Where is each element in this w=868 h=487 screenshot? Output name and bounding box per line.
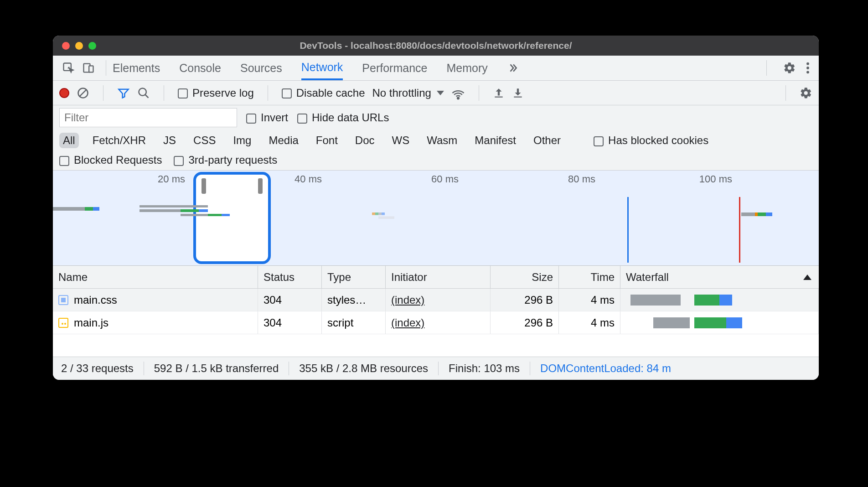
- device-toolbar-icon[interactable]: [82, 62, 95, 74]
- throttling-select[interactable]: No throttling: [372, 87, 444, 99]
- requests-table-body: main.css304styles…(index)296 B4 msmain.j…: [53, 289, 819, 334]
- overview-timeline[interactable]: 20 ms 40 ms 60 ms 80 ms 100 ms: [53, 170, 819, 266]
- css-file-icon: [58, 295, 68, 305]
- preserve-log-checkbox[interactable]: Preserve log: [178, 87, 254, 99]
- col-header-name[interactable]: Name: [53, 266, 258, 288]
- type-filter-img[interactable]: Img: [229, 133, 255, 148]
- status-transferred: 592 B / 1.5 kB transferred: [154, 362, 279, 375]
- filter-input[interactable]: [59, 108, 237, 127]
- svg-point-5: [806, 71, 809, 73]
- timeline-tick: 60 ms: [431, 173, 459, 185]
- type-filter-fetchxhr[interactable]: Fetch/XHR: [89, 133, 150, 148]
- col-header-waterfall[interactable]: Waterfall: [620, 266, 819, 288]
- invert-label: Invert: [261, 111, 288, 124]
- network-settings-gear-icon[interactable]: [800, 87, 812, 99]
- kebab-menu-icon[interactable]: [806, 62, 810, 74]
- tab-elements[interactable]: Elements: [113, 56, 160, 80]
- type-filter-font[interactable]: Font: [312, 133, 341, 148]
- svg-point-8: [139, 88, 146, 95]
- more-tabs-icon[interactable]: [507, 62, 519, 74]
- blocked-requests-checkbox[interactable]: Blocked Requests: [59, 154, 162, 166]
- maximize-window-button[interactable]: [88, 42, 96, 50]
- window-titlebar: DevTools - localhost:8080/docs/devtools/…: [53, 36, 819, 56]
- svg-line-9: [145, 94, 149, 98]
- selection-handle-right[interactable]: [258, 178, 263, 194]
- network-conditions-icon[interactable]: [451, 86, 465, 100]
- divider: [268, 85, 268, 101]
- col-header-waterfall-label: Waterfall: [626, 271, 669, 284]
- request-size: 296 B: [491, 289, 559, 311]
- minimize-window-button[interactable]: [75, 42, 83, 50]
- type-filter-media[interactable]: Media: [265, 133, 302, 148]
- type-filter-css[interactable]: CSS: [190, 133, 219, 148]
- chevron-down-icon: [437, 91, 444, 95]
- request-size: 296 B: [491, 311, 559, 334]
- sort-caret-up-icon: [803, 275, 811, 280]
- col-header-size[interactable]: Size: [491, 266, 559, 288]
- timeline-tick: 40 ms: [294, 173, 322, 185]
- selection-handle-left[interactable]: [202, 178, 206, 194]
- type-filter-ws[interactable]: WS: [388, 133, 413, 148]
- invert-checkbox[interactable]: Invert: [246, 111, 288, 124]
- has-blocked-cookies-checkbox[interactable]: Has blocked cookies: [594, 134, 708, 147]
- download-har-icon[interactable]: [512, 87, 524, 99]
- type-filter-other[interactable]: Other: [530, 133, 564, 148]
- filter-funnel-icon[interactable]: [117, 87, 130, 99]
- type-filter-all[interactable]: All: [59, 133, 79, 148]
- request-name: main.js: [74, 316, 108, 329]
- timeline-tick: 100 ms: [699, 173, 732, 185]
- col-header-time[interactable]: Time: [559, 266, 620, 288]
- request-initiator[interactable]: (index): [391, 316, 424, 329]
- divider: [106, 60, 106, 76]
- window-title: DevTools - localhost:8080/docs/devtools/…: [53, 40, 819, 51]
- col-header-status[interactable]: Status: [258, 266, 322, 288]
- record-button[interactable]: [59, 88, 69, 98]
- disable-cache-checkbox[interactable]: Disable cache: [282, 87, 365, 99]
- col-header-initiator[interactable]: Initiator: [386, 266, 491, 288]
- upload-har-icon[interactable]: [493, 87, 505, 99]
- col-header-type[interactable]: Type: [322, 266, 386, 288]
- tab-network[interactable]: Network: [301, 56, 343, 80]
- table-row[interactable]: main.js304script(index)296 B4 ms: [53, 311, 819, 334]
- tab-performance[interactable]: Performance: [362, 56, 427, 80]
- tab-console[interactable]: Console: [179, 56, 221, 80]
- status-requests: 2 / 33 requests: [61, 362, 134, 375]
- clear-icon[interactable]: [77, 87, 89, 99]
- timeline-tick: 20 ms: [158, 173, 185, 185]
- type-filter-js[interactable]: JS: [160, 133, 180, 148]
- hide-data-urls-checkbox[interactable]: Hide data URLs: [297, 111, 389, 124]
- js-file-icon: [58, 318, 68, 328]
- third-party-checkbox[interactable]: 3rd-party requests: [174, 154, 277, 166]
- type-filter-manifest[interactable]: Manifest: [471, 133, 520, 148]
- throttling-value: No throttling: [372, 87, 431, 99]
- hide-data-urls-label: Hide data URLs: [312, 111, 389, 124]
- timeline-tick: 80 ms: [568, 173, 595, 185]
- svg-rect-12: [514, 96, 522, 97]
- devtools-window: DevTools - localhost:8080/docs/devtools/…: [53, 36, 819, 380]
- request-initiator[interactable]: (index): [391, 294, 424, 306]
- svg-point-3: [806, 62, 809, 65]
- preserve-log-label: Preserve log: [192, 87, 254, 99]
- divider: [479, 85, 479, 101]
- inspect-element-icon[interactable]: [62, 62, 75, 74]
- request-time: 4 ms: [559, 311, 620, 334]
- settings-gear-icon[interactable]: [783, 62, 796, 74]
- timeline-selection-highlight[interactable]: [193, 172, 271, 264]
- table-empty-row: [53, 334, 819, 357]
- tab-memory[interactable]: Memory: [446, 56, 487, 80]
- requests-table-header: Name Status Type Initiator Size Time Wat…: [53, 266, 819, 289]
- type-filter-doc[interactable]: Doc: [351, 133, 378, 148]
- request-type: script: [322, 311, 386, 334]
- filter-panel: Invert Hide data URLs All Fetch/XHR JS C…: [53, 105, 819, 170]
- window-controls: [53, 42, 96, 50]
- search-icon[interactable]: [137, 87, 150, 99]
- table-row[interactable]: main.css304styles…(index)296 B4 ms: [53, 289, 819, 311]
- status-finish: Finish: 103 ms: [449, 362, 520, 375]
- disable-cache-label: Disable cache: [296, 87, 365, 99]
- type-filter-wasm[interactable]: Wasm: [423, 133, 461, 148]
- close-window-button[interactable]: [62, 42, 70, 50]
- divider: [164, 85, 164, 101]
- tab-sources[interactable]: Sources: [240, 56, 282, 80]
- network-toolbar: Preserve log Disable cache No throttling: [53, 81, 819, 105]
- blocked-requests-label: Blocked Requests: [74, 154, 162, 166]
